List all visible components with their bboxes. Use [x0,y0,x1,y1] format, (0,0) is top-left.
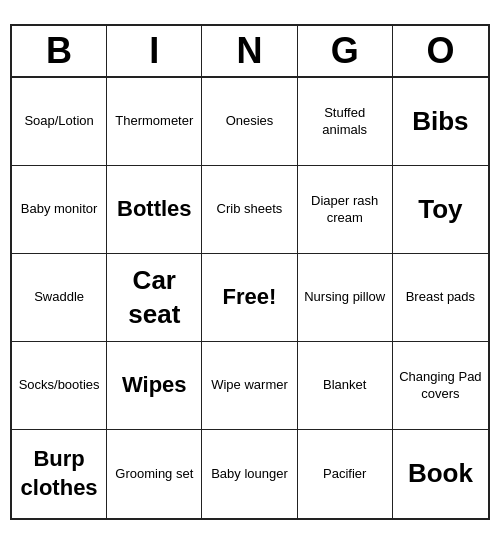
header-letter-o: O [393,26,488,76]
bingo-cell: Breast pads [393,254,488,342]
bingo-cell: Book [393,430,488,518]
bingo-header: BINGO [12,26,488,78]
bingo-cell: Nursing pillow [298,254,393,342]
bingo-cell: Stuffed animals [298,78,393,166]
bingo-cell: Soap/Lotion [12,78,107,166]
bingo-cell: Burp clothes [12,430,107,518]
header-letter-n: N [202,26,297,76]
bingo-cell: Socks/booties [12,342,107,430]
header-letter-b: B [12,26,107,76]
bingo-cell: Bottles [107,166,202,254]
bingo-cell: Wipe warmer [202,342,297,430]
bingo-cell: Wipes [107,342,202,430]
header-letter-i: I [107,26,202,76]
bingo-cell: Changing Pad covers [393,342,488,430]
bingo-grid: Soap/LotionThermometerOnesiesStuffed ani… [12,78,488,518]
bingo-cell: Pacifier [298,430,393,518]
bingo-cell: Car seat [107,254,202,342]
bingo-cell: Toy [393,166,488,254]
bingo-cell: Onesies [202,78,297,166]
header-letter-g: G [298,26,393,76]
bingo-cell: Crib sheets [202,166,297,254]
bingo-cell: Swaddle [12,254,107,342]
bingo-cell: Bibs [393,78,488,166]
bingo-cell: Blanket [298,342,393,430]
bingo-cell: Free! [202,254,297,342]
bingo-cell: Baby lounger [202,430,297,518]
bingo-cell: Grooming set [107,430,202,518]
bingo-cell: Thermometer [107,78,202,166]
bingo-cell: Baby monitor [12,166,107,254]
bingo-card: BINGO Soap/LotionThermometerOnesiesStuff… [10,24,490,520]
bingo-cell: Diaper rash cream [298,166,393,254]
